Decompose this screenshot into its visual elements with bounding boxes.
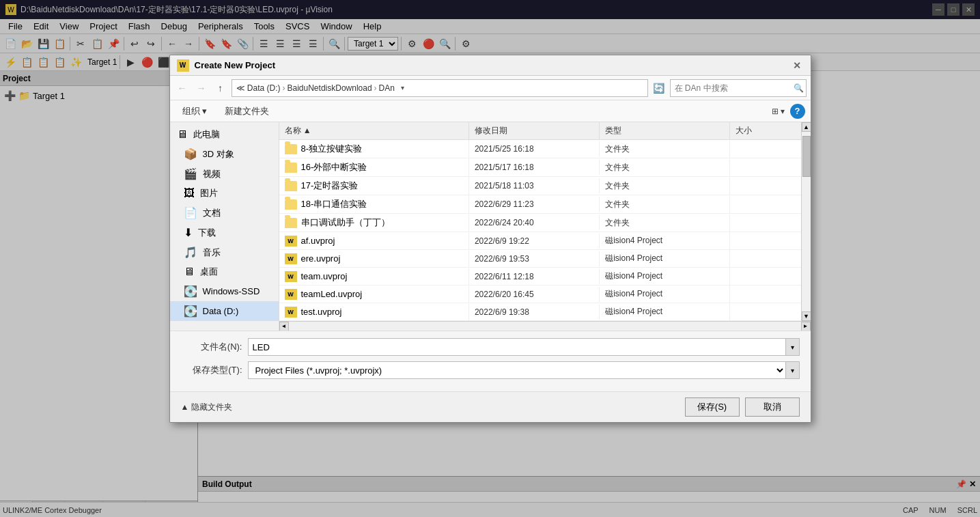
filename-input[interactable] bbox=[248, 338, 786, 356]
file-row-partial[interactable]: 8-独立按键实验 2021/5/25 16:18 文件夹 bbox=[279, 140, 801, 158]
place-desktop-label: 桌面 bbox=[200, 266, 218, 278]
file-name-0: 16-外部中断实验 bbox=[279, 158, 469, 176]
file-type-partial: 文件夹 bbox=[600, 141, 730, 158]
desktop-icon: 🖥 bbox=[184, 266, 195, 278]
file-row-6[interactable]: W team.uvproj 2022/6/11 12:18 磁ision4 Pr… bbox=[279, 268, 801, 285]
col-date[interactable]: 修改日期 bbox=[469, 122, 600, 139]
place-computer[interactable]: 🖥 此电脑 bbox=[170, 125, 279, 144]
place-desktop[interactable]: 🖥 桌面 bbox=[170, 262, 279, 281]
uvproj-icon-6: W bbox=[285, 271, 297, 282]
nav-refresh-button[interactable]: 🔄 bbox=[651, 80, 667, 96]
scrollbar-down-button[interactable]: ▼ bbox=[802, 311, 811, 321]
scrollbar-thumb[interactable] bbox=[802, 136, 811, 177]
file-row-0[interactable]: 16-外部中断实验 2021/5/17 16:18 文件夹 bbox=[279, 158, 801, 177]
filename-dropdown-arrow[interactable]: ▾ bbox=[786, 338, 800, 356]
file-row-2[interactable]: 18-串口通信实验 2022/6/29 11:23 文件夹 bbox=[279, 195, 801, 214]
view-toggle-button[interactable]: ⊞ ▾ bbox=[768, 103, 788, 120]
file-row-3[interactable]: 串口调试助手（丁丁） 2022/6/24 20:40 文件夹 bbox=[279, 214, 801, 232]
help-button[interactable]: ? bbox=[790, 104, 805, 119]
scrollbar-up-button[interactable]: ▲ bbox=[802, 122, 811, 132]
file-name-6: W team.uvproj bbox=[279, 268, 469, 285]
place-video[interactable]: 🎬 视频 bbox=[170, 164, 279, 184]
horiz-scroll-track bbox=[289, 322, 801, 331]
uvproj-icon-4: W bbox=[285, 236, 297, 247]
filetype-row: 保存类型(T): Project Files (*.uvproj; *.uvpr… bbox=[181, 361, 800, 379]
file-size-8 bbox=[730, 309, 800, 315]
file-list-scrollbar: ▲ ▼ bbox=[801, 122, 811, 321]
filename-row: 文件名(N): ▾ bbox=[181, 338, 800, 356]
col-size[interactable]: 大小 bbox=[730, 122, 800, 139]
folder-icon-partial bbox=[285, 144, 297, 154]
breadcrumb-sep-1: › bbox=[374, 83, 377, 93]
file-row-5[interactable]: W ere.uvproj 2022/6/9 19:53 磁ision4 Proj… bbox=[279, 250, 801, 268]
filetype-select[interactable]: Project Files (*.uvproj; *.uvprojx) bbox=[248, 361, 786, 379]
file-name-3: 串口调试助手（丁丁） bbox=[279, 214, 469, 232]
breadcrumb-sep-0: › bbox=[283, 83, 285, 93]
horiz-scroll-left[interactable]: ◄ bbox=[279, 322, 289, 331]
organize-button[interactable]: 组织 ▾ bbox=[176, 103, 214, 120]
file-label-6: team.uvproj bbox=[301, 271, 348, 281]
nav-forward-button[interactable]: → bbox=[193, 80, 210, 96]
file-date-1: 2021/5/18 11:03 bbox=[469, 178, 600, 193]
file-label-1: 17-定时器实验 bbox=[301, 180, 359, 192]
folder-icon-1 bbox=[285, 181, 297, 191]
file-list-header: 名称 ▲ 修改日期 类型 大小 bbox=[279, 122, 801, 140]
place-documents[interactable]: 📄 文档 bbox=[170, 203, 279, 223]
place-windows-ssd[interactable]: 💽 Windows-SSD bbox=[170, 281, 279, 301]
file-type-5: 磁ision4 Project bbox=[600, 250, 730, 267]
search-container: 🔍 bbox=[670, 79, 807, 97]
place-downloads[interactable]: ⬇ 下载 bbox=[170, 223, 279, 242]
folder-icon-2 bbox=[285, 199, 297, 210]
file-row-4[interactable]: W af.uvproj 2022/6/9 19:22 磁ision4 Proje… bbox=[279, 232, 801, 250]
search-input[interactable] bbox=[670, 79, 807, 97]
file-size-7 bbox=[730, 292, 800, 297]
file-row-7[interactable]: W teamLed.uvproj 2022/6/20 16:45 磁ision4… bbox=[279, 285, 801, 303]
file-row-8[interactable]: W test.uvproj 2022/6/9 19:38 磁ision4 Pro… bbox=[279, 303, 801, 321]
col-name[interactable]: 名称 ▲ bbox=[279, 122, 469, 139]
nav-back-button[interactable]: ← bbox=[174, 80, 191, 96]
place-pictures[interactable]: 🖼 图片 bbox=[170, 184, 279, 203]
file-name-7: W teamLed.uvproj bbox=[279, 286, 469, 303]
place-music-label: 音乐 bbox=[203, 247, 221, 259]
file-label-partial: 8-独立按键实验 bbox=[301, 143, 363, 155]
file-date-6: 2022/6/11 12:18 bbox=[469, 269, 600, 284]
save-button[interactable]: 保存(S) bbox=[685, 397, 740, 417]
place-3d-label: 3D 对象 bbox=[203, 148, 234, 160]
place-music[interactable]: 🎵 音乐 bbox=[170, 242, 279, 262]
new-folder-button[interactable]: 新建文件夹 bbox=[218, 103, 276, 120]
filetype-dropdown-arrow[interactable]: ▾ bbox=[786, 361, 800, 379]
file-label-8: test.uvproj bbox=[301, 307, 342, 317]
file-size-1 bbox=[730, 183, 800, 188]
nav-up-button[interactable]: ↑ bbox=[212, 80, 229, 96]
place-3d[interactable]: 📦 3D 对象 bbox=[170, 144, 279, 164]
dialog-close-button[interactable]: ✕ bbox=[790, 59, 804, 72]
file-name-partial: 8-独立按键实验 bbox=[279, 140, 469, 158]
file-date-partial: 2021/5/25 16:18 bbox=[469, 141, 600, 156]
file-size-4 bbox=[730, 238, 800, 244]
file-list-scroll-area: 名称 ▲ 修改日期 类型 大小 8-独立按键实验 bbox=[279, 122, 811, 321]
horiz-scroll-right[interactable]: ► bbox=[801, 322, 811, 331]
file-label-5: ere.uvproj bbox=[301, 253, 341, 264]
hide-folders-link[interactable]: ▲ 隐藏文件夹 bbox=[181, 402, 232, 413]
dialog-footer: ▲ 隐藏文件夹 保存(S) 取消 bbox=[170, 391, 811, 422]
windows-ssd-icon: 💽 bbox=[184, 285, 197, 298]
file-date-2: 2022/6/29 11:23 bbox=[469, 197, 600, 212]
file-date-3: 2022/6/24 20:40 bbox=[469, 215, 600, 230]
dialog-toolbar: 组织 ▾ 新建文件夹 ⊞ ▾ ? bbox=[170, 100, 811, 122]
uvproj-icon-8: W bbox=[285, 307, 297, 318]
file-label-7: teamLed.uvproj bbox=[301, 289, 363, 299]
file-name-5: W ere.uvproj bbox=[279, 251, 469, 267]
file-type-4: 磁ision4 Project bbox=[600, 232, 730, 249]
breadcrumb-dropdown-button[interactable]: ▾ bbox=[395, 80, 411, 96]
file-date-5: 2022/6/9 19:53 bbox=[469, 251, 600, 266]
hide-folders-label: ▲ 隐藏文件夹 bbox=[181, 402, 232, 413]
col-type[interactable]: 类型 bbox=[600, 122, 730, 139]
file-row-1[interactable]: 17-定时器实验 2021/5/18 11:03 文件夹 bbox=[279, 177, 801, 195]
file-type-3: 文件夹 bbox=[600, 214, 730, 232]
place-data-d[interactable]: 💽 Data (D:) bbox=[170, 301, 279, 321]
file-date-7: 2022/6/20 16:45 bbox=[469, 287, 600, 302]
file-label-2: 18-串口通信实验 bbox=[301, 198, 367, 210]
folder-icon-0 bbox=[285, 163, 297, 173]
cancel-button[interactable]: 取消 bbox=[745, 397, 800, 417]
file-list-container: 名称 ▲ 修改日期 类型 大小 8-独立按键实验 bbox=[279, 122, 811, 331]
